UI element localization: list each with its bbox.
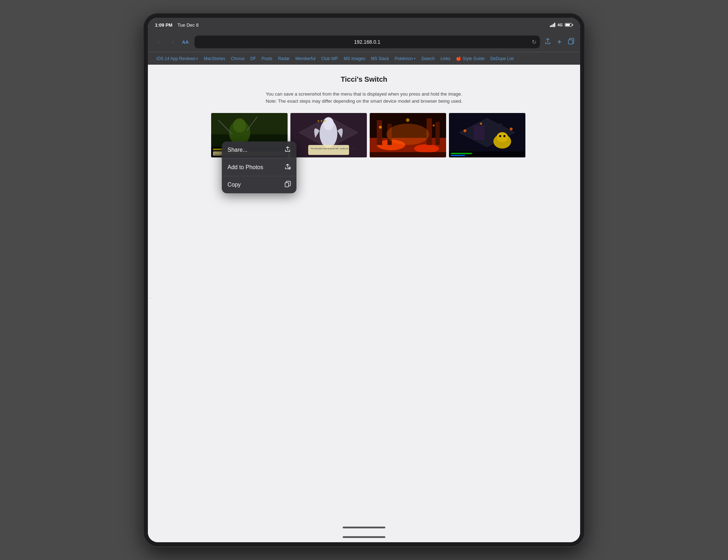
reload-button[interactable]: ↻	[532, 39, 536, 45]
bookmark-dedupe[interactable]: DeDupe List	[487, 55, 516, 63]
status-time: 1:09 PM	[155, 22, 172, 28]
bookmark-clubwp[interactable]: Club WP	[318, 55, 341, 63]
page-inner: Ticci's Switch You can save a screenshot…	[204, 65, 524, 168]
signal-bars-icon	[550, 23, 555, 27]
home-indicator-bar	[148, 532, 580, 542]
context-menu-add-photos[interactable]: Add to Photos	[222, 159, 296, 176]
svg-point-41	[499, 135, 501, 137]
images-row: Hey, Prince Z. Must kill the fire-shelli…	[211, 113, 517, 157]
game-image-2[interactable]: The Olympians have all proven will... wo…	[290, 113, 367, 157]
share-icon	[284, 146, 291, 154]
svg-point-25	[414, 144, 439, 153]
svg-text:★ ★ ★: ★ ★ ★	[317, 119, 326, 123]
share-button[interactable]	[544, 38, 551, 47]
svg-point-43	[464, 129, 466, 132]
bookmarks-bar: iOS 14 App Reviews ▾ MacStories Chorus D…	[148, 52, 580, 65]
bookmark-msslack[interactable]: MS Slack	[368, 55, 392, 63]
context-menu-share[interactable]: Share...	[222, 141, 296, 159]
svg-rect-19	[308, 145, 349, 155]
game-image-4[interactable]	[449, 113, 525, 157]
game-image-3[interactable]	[370, 113, 446, 157]
home-bar-indicator	[343, 527, 385, 528]
battery-icon	[565, 23, 573, 27]
svg-rect-46	[449, 151, 525, 157]
svg-rect-14	[285, 183, 289, 187]
reader-mode-button[interactable]: AA	[182, 39, 189, 45]
bookmark-posts[interactable]: Posts	[259, 55, 275, 63]
home-bar	[343, 536, 385, 538]
svg-rect-34	[370, 152, 446, 157]
web-content: ·· Ticci's Switch You can save a screens…	[148, 65, 580, 532]
svg-point-30	[386, 124, 429, 145]
bookmark-pokemon[interactable]: Pokémon ▾	[392, 55, 418, 63]
page-description: You can save a screenshot from the menu …	[211, 91, 517, 104]
bookmark-macstories[interactable]: MacStories	[201, 55, 228, 63]
svg-point-31	[379, 126, 382, 129]
svg-point-40	[497, 132, 508, 142]
svg-rect-47	[451, 153, 472, 154]
bookmark-ios14[interactable]: iOS 14 App Reviews ▾	[154, 55, 201, 63]
network-type-label: 4G	[557, 23, 563, 27]
context-menu: Share... Add to Photos	[222, 141, 296, 193]
svg-rect-29	[435, 122, 440, 145]
context-menu-copy[interactable]: Copy	[222, 176, 296, 193]
ipad-frame: 1:09 PM Tue Dec 8 4G	[144, 14, 584, 546]
status-date: Tue Dec 8	[177, 22, 199, 28]
bookmark-radar[interactable]: Radar	[275, 55, 293, 63]
svg-point-42	[503, 135, 505, 137]
ipad-screen: 1:09 PM Tue Dec 8 4G	[148, 18, 580, 542]
svg-rect-26	[377, 120, 382, 145]
svg-point-33	[406, 118, 410, 122]
bookmark-search[interactable]: Search	[418, 55, 438, 63]
svg-rect-48	[451, 155, 465, 156]
bookmark-df[interactable]: DF	[247, 55, 259, 63]
bookmark-styleguide[interactable]: 🍎 Style Guide	[453, 55, 487, 63]
status-bar: 1:09 PM Tue Dec 8 4G	[148, 18, 580, 32]
add-photos-icon	[284, 163, 291, 171]
svg-point-44	[510, 128, 513, 130]
svg-point-4	[233, 118, 246, 133]
bookmark-memberful[interactable]: Memberful	[293, 55, 318, 63]
forward-button[interactable]: ›	[168, 37, 178, 47]
page-title: Ticci's Switch	[211, 75, 517, 84]
address-bar[interactable]: 192.168.0.1 ↻	[194, 36, 540, 48]
back-button[interactable]: ‹	[154, 37, 164, 47]
chevron-icon: ▾	[196, 57, 198, 60]
add-tab-button[interactable]: +	[557, 37, 562, 47]
svg-point-45	[480, 123, 482, 125]
browser-chrome: ‹ › AA 192.168.0.1 ↻ +	[148, 32, 580, 65]
bookmark-links[interactable]: Links	[438, 55, 453, 63]
svg-rect-37	[474, 125, 485, 140]
side-dots-indicator: ··	[149, 296, 151, 300]
home-indicator	[148, 523, 580, 532]
copy-icon	[284, 181, 291, 189]
pokemon-chevron-icon: ▾	[414, 57, 416, 60]
bookmark-msimages[interactable]: MS Images	[341, 55, 368, 63]
url-text: 192.168.0.1	[354, 39, 380, 45]
tabs-button[interactable]	[567, 38, 574, 47]
svg-point-32	[433, 124, 435, 126]
svg-rect-0	[568, 40, 573, 44]
svg-text:The Olympians have all proven : The Olympians have all proven will... wo…	[311, 147, 357, 150]
bookmark-chorus[interactable]: Chorus	[228, 55, 247, 63]
status-right: 4G	[550, 23, 573, 27]
browser-toolbar: ‹ › AA 192.168.0.1 ↻ +	[148, 32, 580, 52]
toolbar-actions: +	[544, 37, 574, 47]
